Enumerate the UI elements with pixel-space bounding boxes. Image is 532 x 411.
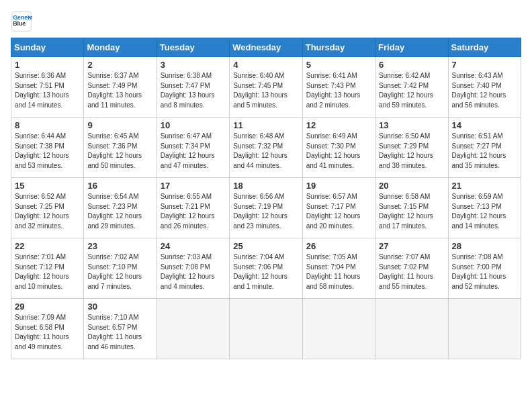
day-number: 19 — [306, 181, 371, 191]
calendar-cell: 7 Sunrise: 6:43 AMSunset: 7:40 PMDayligh… — [448, 57, 521, 118]
day-info: Sunrise: 6:38 AMSunset: 7:47 PMDaylight:… — [161, 72, 215, 109]
day-number: 11 — [233, 120, 298, 130]
calendar-cell: 19 Sunrise: 6:57 AMSunset: 7:17 PMDaylig… — [302, 178, 375, 238]
weekday-header-sunday: Sunday — [11, 38, 84, 57]
calendar-cell: 24 Sunrise: 7:03 AMSunset: 7:08 PMDaylig… — [157, 238, 229, 299]
calendar-cell: 9 Sunrise: 6:45 AMSunset: 7:36 PMDayligh… — [84, 118, 157, 178]
calendar-cell: 8 Sunrise: 6:44 AMSunset: 7:38 PMDayligh… — [11, 118, 84, 178]
calendar-cell — [302, 299, 375, 359]
svg-text:Blue: Blue — [13, 20, 26, 27]
day-number: 13 — [379, 120, 444, 130]
day-info: Sunrise: 6:47 AMSunset: 7:34 PMDaylight:… — [161, 132, 215, 169]
day-info: Sunrise: 7:10 AMSunset: 6:57 PMDaylight:… — [87, 314, 142, 351]
day-number: 1 — [15, 60, 80, 70]
day-info: Sunrise: 6:48 AMSunset: 7:32 PMDaylight:… — [233, 132, 287, 169]
day-info: Sunrise: 6:49 AMSunset: 7:30 PMDaylight:… — [306, 132, 361, 169]
day-number: 24 — [161, 241, 226, 251]
day-info: Sunrise: 6:36 AMSunset: 7:51 PMDaylight:… — [15, 72, 69, 109]
day-number: 22 — [15, 241, 80, 251]
calendar-cell: 22 Sunrise: 7:01 AMSunset: 7:12 PMDaylig… — [11, 238, 84, 299]
day-info: Sunrise: 6:56 AMSunset: 7:19 PMDaylight:… — [233, 193, 287, 230]
calendar-cell: 28 Sunrise: 7:08 AMSunset: 7:00 PMDaylig… — [448, 238, 521, 299]
day-info: Sunrise: 6:44 AMSunset: 7:38 PMDaylight:… — [15, 132, 69, 169]
day-info: Sunrise: 6:45 AMSunset: 7:36 PMDaylight:… — [87, 132, 142, 169]
calendar-cell — [448, 299, 521, 359]
weekday-header-monday: Monday — [84, 38, 157, 57]
calendar-cell: 18 Sunrise: 6:56 AMSunset: 7:19 PMDaylig… — [230, 178, 302, 238]
logo: General Blue — [11, 11, 35, 32]
calendar-cell: 1 Sunrise: 6:36 AMSunset: 7:51 PMDayligh… — [11, 57, 84, 118]
weekday-header-friday: Friday — [375, 38, 448, 57]
calendar: SundayMondayTuesdayWednesdayThursdayFrid… — [11, 38, 521, 359]
day-info: Sunrise: 6:55 AMSunset: 7:21 PMDaylight:… — [161, 193, 215, 230]
day-number: 15 — [15, 181, 80, 191]
day-number: 21 — [452, 181, 517, 191]
day-info: Sunrise: 6:59 AMSunset: 7:13 PMDaylight:… — [452, 193, 506, 230]
day-number: 29 — [15, 302, 80, 312]
logo-icon: General Blue — [11, 11, 32, 32]
day-info: Sunrise: 6:50 AMSunset: 7:29 PMDaylight:… — [379, 132, 433, 169]
calendar-cell — [157, 299, 229, 359]
calendar-cell: 10 Sunrise: 6:47 AMSunset: 7:34 PMDaylig… — [157, 118, 229, 178]
day-number: 12 — [306, 120, 371, 130]
calendar-cell: 5 Sunrise: 6:41 AMSunset: 7:43 PMDayligh… — [302, 57, 375, 118]
day-number: 5 — [306, 60, 371, 70]
day-number: 4 — [233, 60, 298, 70]
calendar-cell: 23 Sunrise: 7:02 AMSunset: 7:10 PMDaylig… — [84, 238, 157, 299]
day-number: 10 — [161, 120, 226, 130]
day-info: Sunrise: 6:54 AMSunset: 7:23 PMDaylight:… — [87, 193, 142, 230]
day-number: 18 — [233, 181, 298, 191]
calendar-cell: 4 Sunrise: 6:40 AMSunset: 7:45 PMDayligh… — [230, 57, 302, 118]
calendar-cell — [375, 299, 448, 359]
calendar-cell — [230, 299, 302, 359]
day-info: Sunrise: 7:02 AMSunset: 7:10 PMDaylight:… — [87, 253, 142, 290]
calendar-cell: 29 Sunrise: 7:09 AMSunset: 6:58 PMDaylig… — [11, 299, 84, 359]
calendar-cell: 17 Sunrise: 6:55 AMSunset: 7:21 PMDaylig… — [157, 178, 229, 238]
day-info: Sunrise: 7:05 AMSunset: 7:04 PMDaylight:… — [306, 253, 361, 290]
day-info: Sunrise: 7:01 AMSunset: 7:12 PMDaylight:… — [15, 253, 69, 290]
day-info: Sunrise: 6:41 AMSunset: 7:43 PMDaylight:… — [306, 72, 361, 109]
calendar-cell: 25 Sunrise: 7:04 AMSunset: 7:06 PMDaylig… — [230, 238, 302, 299]
calendar-cell: 15 Sunrise: 6:52 AMSunset: 7:25 PMDaylig… — [11, 178, 84, 238]
calendar-cell: 11 Sunrise: 6:48 AMSunset: 7:32 PMDaylig… — [230, 118, 302, 178]
day-info: Sunrise: 6:51 AMSunset: 7:27 PMDaylight:… — [452, 132, 506, 169]
day-info: Sunrise: 6:58 AMSunset: 7:15 PMDaylight:… — [379, 193, 433, 230]
day-number: 14 — [452, 120, 517, 130]
calendar-cell: 30 Sunrise: 7:10 AMSunset: 6:57 PMDaylig… — [84, 299, 157, 359]
day-info: Sunrise: 7:09 AMSunset: 6:58 PMDaylight:… — [15, 314, 69, 351]
calendar-cell: 26 Sunrise: 7:05 AMSunset: 7:04 PMDaylig… — [302, 238, 375, 299]
day-info: Sunrise: 7:04 AMSunset: 7:06 PMDaylight:… — [233, 253, 287, 290]
day-number: 8 — [15, 120, 80, 130]
calendar-cell: 12 Sunrise: 6:49 AMSunset: 7:30 PMDaylig… — [302, 118, 375, 178]
day-number: 17 — [161, 181, 226, 191]
day-info: Sunrise: 7:07 AMSunset: 7:02 PMDaylight:… — [379, 253, 433, 290]
weekday-header-thursday: Thursday — [302, 38, 375, 57]
day-info: Sunrise: 6:52 AMSunset: 7:25 PMDaylight:… — [15, 193, 69, 230]
calendar-cell: 13 Sunrise: 6:50 AMSunset: 7:29 PMDaylig… — [375, 118, 448, 178]
weekday-header-tuesday: Tuesday — [157, 38, 229, 57]
day-info: Sunrise: 6:43 AMSunset: 7:40 PMDaylight:… — [452, 72, 506, 109]
calendar-cell: 16 Sunrise: 6:54 AMSunset: 7:23 PMDaylig… — [84, 178, 157, 238]
calendar-cell: 27 Sunrise: 7:07 AMSunset: 7:02 PMDaylig… — [375, 238, 448, 299]
day-number: 25 — [233, 241, 298, 251]
day-number: 16 — [87, 181, 152, 191]
day-number: 3 — [161, 60, 226, 70]
day-number: 26 — [306, 241, 371, 251]
calendar-cell: 21 Sunrise: 6:59 AMSunset: 7:13 PMDaylig… — [448, 178, 521, 238]
day-number: 2 — [87, 60, 152, 70]
day-number: 7 — [452, 60, 517, 70]
calendar-cell: 14 Sunrise: 6:51 AMSunset: 7:27 PMDaylig… — [448, 118, 521, 178]
weekday-header-wednesday: Wednesday — [230, 38, 302, 57]
day-number: 30 — [87, 302, 152, 312]
calendar-cell: 2 Sunrise: 6:37 AMSunset: 7:49 PMDayligh… — [84, 57, 157, 118]
day-info: Sunrise: 6:40 AMSunset: 7:45 PMDaylight:… — [233, 72, 287, 109]
day-info: Sunrise: 6:42 AMSunset: 7:42 PMDaylight:… — [379, 72, 433, 109]
day-number: 20 — [379, 181, 444, 191]
day-number: 27 — [379, 241, 444, 251]
day-number: 23 — [87, 241, 152, 251]
calendar-cell: 20 Sunrise: 6:58 AMSunset: 7:15 PMDaylig… — [375, 178, 448, 238]
day-info: Sunrise: 6:37 AMSunset: 7:49 PMDaylight:… — [87, 72, 142, 109]
day-number: 28 — [452, 241, 517, 251]
day-number: 9 — [87, 120, 152, 130]
weekday-header-saturday: Saturday — [448, 38, 521, 57]
